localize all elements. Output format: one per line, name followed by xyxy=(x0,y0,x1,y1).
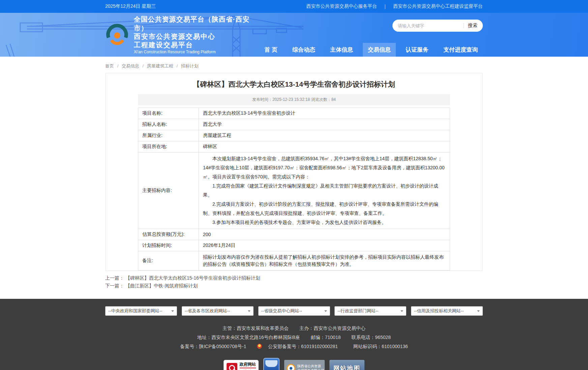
chevron-down-icon xyxy=(248,310,251,312)
main-nav: 首 页 综合动态 主体信息 交易信息 认证服务 支付进度查询 xyxy=(255,43,483,57)
table-row: 估算总投资额(万元): 200 xyxy=(138,229,450,240)
next-article-label: 下一篇： xyxy=(105,283,124,288)
select-trading-center-sites[interactable]: --省级交易中心网站-- xyxy=(258,306,330,316)
table-row: 主要招标内容: 本次规划新建13-14号学生宿舍，总建筑面积35934.76㎡，… xyxy=(138,152,450,229)
row-value-tenderer-name: 西北大学 xyxy=(199,119,450,130)
chevron-down-icon xyxy=(171,310,174,312)
company-logo-icon xyxy=(287,364,295,370)
gov-badge-line1: 政府网站 xyxy=(240,362,256,368)
company-badge-line1: 陕西省公共资源 xyxy=(297,364,324,368)
site-title-line1: 全国公共资源交易平台（陕西省·西安市） xyxy=(134,15,255,32)
chevron-down-icon xyxy=(324,310,327,312)
shaanxi-trading-company-badge[interactable]: 陕西省公共资源 交易服务有限公司 xyxy=(284,360,325,370)
nav-certification-service[interactable]: 认证服务 xyxy=(401,43,434,57)
row-value-location: 碑林区 xyxy=(199,141,450,152)
footer-phone: 联系电话：965028 xyxy=(351,335,391,340)
article-title: 【碑林区】西北大学太白校区13-14号学生宿舍初步设计招标计划 xyxy=(138,79,450,89)
breadcrumb-tender-plan[interactable]: 招标计划 xyxy=(181,63,199,68)
breadcrumb-separator: / xyxy=(176,63,178,68)
row-label-planned-tender-date: 计划招标时间: xyxy=(138,240,199,251)
table-row: 项目名称: 西北大学太白校区13-14号学生宿舍初步设计 xyxy=(138,108,450,119)
breadcrumb: 首页 / 交易信息 / 房屋建筑工程 / 招标计划 xyxy=(105,63,483,69)
footer-police-record: 公安部备案号：61019102000281 xyxy=(257,344,343,349)
company-badge-line2: 交易服务有限公司 xyxy=(297,368,324,370)
chevron-down-icon xyxy=(401,310,403,312)
prev-article-link[interactable]: 【碑林区】西北大学太白校区15-16号学生宿舍初步设计招标计划 xyxy=(125,275,260,281)
article-panel: 【碑林区】西北大学太白校区13-14号学生宿舍初步设计招标计划 发布时间：202… xyxy=(106,73,482,271)
nav-payment-progress[interactable]: 支付进度查询 xyxy=(438,43,483,57)
breadcrumb-home[interactable]: 首页 xyxy=(105,63,114,68)
friendly-links-row: --中央政府和国家部委网站-- --省及各市区政府网站-- --省级交易中心网站… xyxy=(105,306,483,316)
row-value-estimated-investment: 200 xyxy=(199,229,450,240)
footer-icp-number: 备案号：陕ICP备05000708号-1 xyxy=(180,344,246,349)
search-divider xyxy=(464,23,464,28)
next-article-link[interactable]: 【曲江新区】中铁·阅筑府招标计划 xyxy=(125,283,198,288)
select-supervision-department-sites[interactable]: --行政监督部门网站-- xyxy=(334,306,406,316)
row-value-project-name: 西北大学太白校区13-14号学生宿舍初步设计 xyxy=(199,108,450,119)
footer-supervisor: 主管：西安市发展和改革委员会 xyxy=(223,325,289,331)
article-meta: 发布时间：2025-12-23 15:32:18 浏览次数：84 xyxy=(138,94,450,105)
prev-article-label: 上一篇： xyxy=(105,275,124,281)
prev-article-row: 上一篇： 【碑林区】西北大学太白校区15-16号学生宿舍初步设计招标计划 xyxy=(105,274,483,282)
select-credit-bidding-sites[interactable]: --信用及招投标相关网站-- xyxy=(411,306,483,316)
logo-block[interactable]: 全国公共资源交易平台（陕西省·西安市） 西安市公共资源交易中心 工程建设交易平台… xyxy=(105,13,255,57)
row-label-project-name: 项目名称: xyxy=(138,108,199,119)
shield-icon xyxy=(263,358,280,370)
row-value-remark: 招标计划发布内容仅作为潜在投标人提前了解招标人初步招标计划安排的参考，招标项目实… xyxy=(199,251,450,271)
nav-subject-info[interactable]: 主体信息 xyxy=(325,43,358,57)
gov-site-error-report-badge[interactable]: 政府网站 找错 xyxy=(224,360,259,370)
breadcrumb-separator: / xyxy=(143,63,144,68)
row-label-estimated-investment: 估算总投资额(万元): xyxy=(138,229,199,240)
site-map-badge[interactable]: 网站地图 xyxy=(329,360,364,370)
search-input[interactable] xyxy=(398,23,460,28)
main-content-paragraph: 2.完成项目方案设计、初步设计阶段的方案汇报、报批报建、初步设计评审、专项审查备… xyxy=(203,200,446,218)
breadcrumb-housing-construction[interactable]: 房屋建筑工程 xyxy=(147,63,173,68)
select-provincial-government-sites[interactable]: --省及各市区政府网站-- xyxy=(182,306,254,316)
footer-info-line-2: 地址：西安市未央区文景北路16号白桦林国际B座 邮编：710018 联系电话：9… xyxy=(105,333,483,342)
footer-address: 地址：西安市未央区文景北路16号白桦林国际B座 xyxy=(197,335,300,340)
table-row: 备注: 招标计划发布内容仅作为潜在投标人提前了解招标人初步招标计划安排的参考，招… xyxy=(138,251,450,271)
magnifier-icon xyxy=(227,363,237,370)
footer-info-line-3: 备案号：陕ICP备05000708号-1 公安部备案号：610191020002… xyxy=(105,342,483,351)
breadcrumb-separator: / xyxy=(117,63,119,68)
platform-logo-icon xyxy=(105,22,129,48)
table-row: 计划招标时间: 2026年1月24日 xyxy=(138,240,450,251)
footer-info-line-1: 主管：西安市发展和改革委员会 主办：西安市公共资源交易中心 xyxy=(105,324,483,333)
site-title-line2: 西安市公共资源交易中心 xyxy=(134,32,255,41)
main-content-paragraph: 3.参加与本项目相关的各项技术专题会、方案评审会，为发包人提供设计咨询服务。 xyxy=(203,218,446,227)
row-value-main-content: 本次规划新建13-14号学生宿舍，总建筑面积35934.76㎡，其中13#学生宿… xyxy=(199,152,450,229)
table-row: 招标人名称: 西北大学 xyxy=(138,119,450,130)
supervision-platform-link[interactable]: 西安市公共资源交易中心工程建设监督平台 xyxy=(393,3,483,9)
main-content-paragraph: 1.完成符合国家《建筑工程设计文件编制深度规定》及相关主管部门审批要求的方案设计… xyxy=(203,181,446,200)
table-row: 所属行业: 房屋建筑工程 xyxy=(138,130,450,141)
article-pager: 上一篇： 【碑林区】西北大学太白校区15-16号学生宿舍初步设计招标计划 下一篇… xyxy=(105,274,483,290)
site-title: 全国公共资源交易平台（陕西省·西安市） 西安市公共资源交易中心 工程建设交易平台… xyxy=(134,15,255,55)
footer-organizer: 主办：西安市公共资源交易中心 xyxy=(299,325,365,331)
nav-home[interactable]: 首 页 xyxy=(259,43,283,57)
public-institution-badge[interactable]: 事业单位 xyxy=(263,358,280,370)
site-title-english: Xi'an Construction Resource Trading Plat… xyxy=(134,49,255,55)
select-central-government-sites[interactable]: --中央政府和国家部委网站-- xyxy=(105,306,177,316)
police-badge-icon xyxy=(257,344,262,349)
search-button[interactable]: 搜索 xyxy=(468,23,477,29)
tender-plan-table: 项目名称: 西北大学太白校区13-14号学生宿舍初步设计 招标人名称: 西北大学… xyxy=(138,108,450,271)
nav-trade-info[interactable]: 交易信息 xyxy=(363,43,396,57)
site-header: 全国公共资源交易平台（陕西省·西安市） 西安市公共资源交易中心 工程建设交易平台… xyxy=(0,13,588,57)
top-bar: 2025年12月24日 星期三 西安市公共资源交易中心服务平台 | 西安市公共资… xyxy=(0,0,588,13)
nav-comprehensive-news[interactable]: 综合动态 xyxy=(287,43,320,57)
site-title-line3: 工程建设交易平台 xyxy=(134,41,255,49)
next-article-row: 下一篇： 【曲江新区】中铁·阅筑府招标计划 xyxy=(105,282,483,290)
site-map-label: 网站地图 xyxy=(333,364,360,370)
chevron-down-icon xyxy=(477,310,480,312)
footer-site-id: 网站标识码：6101000136 xyxy=(353,344,408,349)
topbar-links: 西安市公共资源交易中心服务平台 | 西安市公共资源交易中心工程建设监督平台 xyxy=(306,3,483,9)
breadcrumb-trade-info[interactable]: 交易信息 xyxy=(122,63,139,68)
current-date: 2025年12月24日 星期三 xyxy=(105,3,156,9)
row-label-industry: 所属行业: xyxy=(138,130,199,141)
row-label-location: 项目所在地: xyxy=(138,141,199,152)
row-value-planned-tender-date: 2026年1月24日 xyxy=(199,240,450,251)
service-platform-link[interactable]: 西安市公共资源交易中心服务平台 xyxy=(306,3,377,9)
main-content-paragraph: 本次规划新建13-14号学生宿舍，总建筑面积35934.76㎡，其中13#学生宿… xyxy=(203,154,446,181)
row-value-industry: 房屋建筑工程 xyxy=(199,130,450,141)
footer-postcode: 邮编：710018 xyxy=(311,335,341,340)
